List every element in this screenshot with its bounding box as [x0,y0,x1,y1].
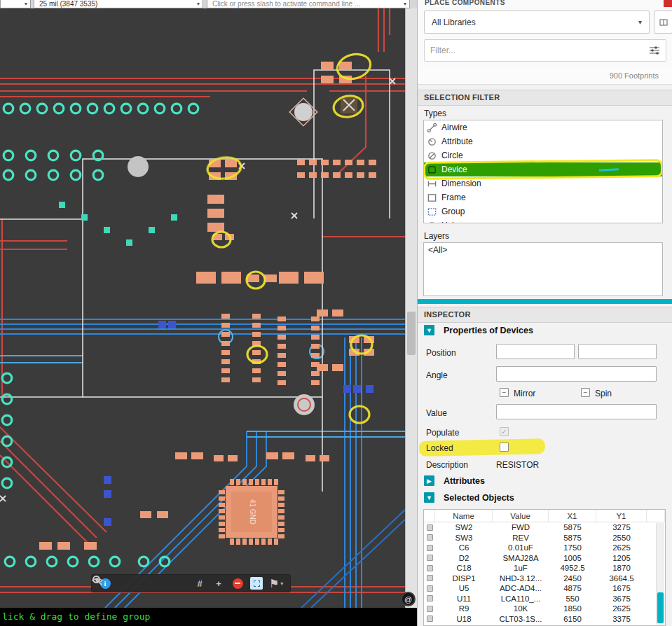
layer-dropdown[interactable]: ▾ [0,0,31,8]
teal-pads [59,202,177,246]
properties-title: Properties of Devices [444,326,533,335]
pcb-drawing[interactable]: 41 GND [0,8,405,608]
place-components-title: PLACE COMPONENTS [425,0,505,6]
chevron-down-icon: ▾ [25,1,27,8]
dark-pad [341,97,357,113]
device-icon [427,165,437,175]
status-bar: lick & drag to define group [0,608,417,626]
selection-filter-header: SELECTION FILTER [418,90,672,106]
device-icon [427,606,433,612]
right-panel: PLACE COMPONENTS All Libraries ▾ 900 Foo… [417,0,672,626]
filter-input[interactable] [430,46,649,55]
table-scrollbar[interactable] [656,523,664,625]
remove-icon[interactable] [231,577,244,590]
device-icon [427,595,433,601]
description-value: RESISTOR [496,460,539,470]
type-item-device[interactable]: Device [424,162,662,176]
canvas-vertical-scrollbar[interactable] [405,8,417,608]
value-input[interactable] [496,404,657,419]
types-label: Types [424,109,446,118]
circle-icon [427,151,437,161]
table-row[interactable]: R910K18502625 [424,604,665,614]
attributes-expander[interactable]: ▶ Attributes [424,475,485,486]
zoom-in-icon[interactable] [137,577,149,590]
device-icon [427,555,433,561]
inspector-header: INSPECTOR [418,307,672,323]
library-manager-button[interactable] [654,11,672,34]
scrollbar-thumb[interactable] [407,312,416,355]
grid-dropdown-value: 25 mil (3847 3535) [39,0,97,8]
description-label: Description [426,460,468,470]
table-row[interactable]: DISP1NHD-3.12...24503664.5 [424,573,665,584]
crosshair-icon[interactable]: + [212,577,225,590]
type-item-hole[interactable]: Hole [424,218,662,223]
chevron-down-icon: ▾ [197,1,200,8]
chevron-down-icon: ▾ [638,18,642,26]
types-list: Airwire Attribute Circle Device Dimensio… [423,120,663,223]
via-rings [2,104,198,566]
dimension-icon [427,179,437,189]
locked-label: Locked [426,443,453,453]
top-toolbar: ▾ 25 mil (3847 3535) ▾ Click or press sl… [0,0,417,8]
populate-checkbox [500,427,509,436]
table-row[interactable]: D2SMAJ28A10051205 [424,553,665,564]
library-dropdown-value: All Libraries [432,18,476,27]
hole-icon [427,221,437,224]
position-label: Position [426,348,456,358]
locked-checkbox[interactable] [500,443,509,452]
box-select-icon[interactable] [250,577,263,590]
table-row[interactable]: U5ADC-AD4...48751675 [424,583,665,594]
mirror-checkbox[interactable] [500,388,509,397]
notification-badge[interactable]: @ [401,592,416,606]
device-icon [427,575,433,581]
table-row[interactable]: U11LCA110_...5503675 [424,594,665,604]
type-item-airwire[interactable]: Airwire [424,120,662,134]
table-row[interactable]: C181uF4952.51870 [424,563,665,573]
at-icon: @ [404,595,412,604]
table-row[interactable]: U18CLT03-1S...61503375 [424,614,665,625]
table-row[interactable]: C60.01uF17502625 [424,543,665,553]
book-icon [659,18,668,27]
properties-expander[interactable]: ▼ Properties of Devices [424,325,533,335]
triangle-down-icon: ▼ [424,325,434,335]
drill-marks [128,98,317,415]
layers-all-item[interactable]: <All> [428,245,447,255]
table-row[interactable]: SW3REV58752550 [424,533,665,543]
type-item-frame[interactable]: Frame [424,190,662,204]
pcb-canvas[interactable]: 41 GND i [0,8,405,608]
position-x-input[interactable] [496,344,575,359]
library-dropdown[interactable]: All Libraries ▾ [424,11,650,34]
ic-label: 41 GND [249,499,256,524]
status-text: lick & drag to define group [2,611,150,622]
position-y-input[interactable] [578,344,657,359]
type-item-dimension[interactable]: Dimension [424,176,662,190]
populate-label: Populate [426,428,459,438]
value-label: Value [426,408,447,418]
panel-scrollbar[interactable] [418,299,672,304]
flag-button[interactable]: ⚑ ▾ [269,577,283,590]
type-item-group[interactable]: Group [424,204,662,218]
grid-dropdown[interactable]: 25 mil (3847 3535) ▾ [34,0,203,8]
type-item-circle[interactable]: Circle [424,148,662,162]
zoom-fit-icon[interactable] [174,577,187,590]
close-button[interactable] [664,0,672,7]
device-icon [427,615,433,622]
table-scrollbar-thumb[interactable] [657,592,664,623]
zoom-out-icon[interactable] [156,577,168,590]
device-icon [427,585,433,592]
command-line[interactable]: Click or press slash to activate command… [207,0,410,8]
table-header: Name Value X1 Y1 [424,510,665,522]
mirror-label: Mirror [514,389,535,398]
grid-icon[interactable]: # [193,577,206,590]
table-row[interactable]: SW2FWD58753275 [424,522,665,533]
selected-objects-expander[interactable]: ▼ Selected Objects [424,492,514,503]
layers-list[interactable]: <All> [423,242,663,296]
smd-pads [39,62,376,550]
selected-objects-title: Selected Objects [444,493,514,503]
spin-checkbox[interactable] [581,388,590,397]
type-item-attribute[interactable]: Attribute [424,134,662,148]
filter-settings-icon[interactable] [649,45,660,56]
angle-input[interactable] [496,366,657,382]
visibility-icon[interactable] [118,577,130,590]
footprint-filter[interactable] [424,39,666,62]
